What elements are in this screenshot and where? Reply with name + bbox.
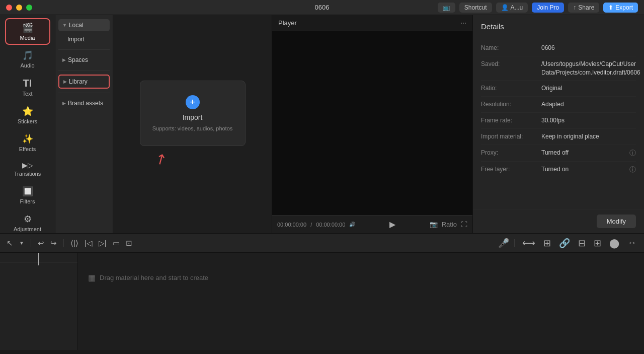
toolbar-adjustment[interactable]: ⚙ Adjustment — [5, 209, 50, 233]
audio-label: Audio — [20, 62, 34, 68]
detail-key-free-layer: Free layer: — [481, 165, 541, 173]
toolbar-filters[interactable]: 🔲 Filters — [5, 182, 50, 208]
sidebar-item-spaces[interactable]: ▶ Spaces — [58, 54, 110, 66]
user-button[interactable]: 👤 A...u — [496, 3, 528, 13]
adjustment-icon: ⚙ — [24, 214, 32, 225]
toolbar-media[interactable]: 🎬 Media — [5, 18, 50, 45]
drag-hint: ▦ Drag material here and start to create — [83, 258, 639, 298]
player-screen — [272, 31, 472, 215]
sidebar-item-local[interactable]: ▼ Local — [58, 19, 110, 31]
transitions-icon: ▶▷ — [22, 161, 33, 169]
timeline-section: ↖ ▼ ↩ ↪ ⟨|⟩ |◁ ▷| ▭ ⊡ 🎤 ⟷ ⊞ 🔗 ⊟ ⊞ ⬤ ↔ — [0, 233, 644, 354]
monitor-button[interactable]: 📺 — [438, 3, 455, 13]
player-time-separator: / — [310, 222, 312, 228]
close-button[interactable] — [6, 5, 12, 11]
timeline-left-gutter — [0, 253, 78, 350]
delete-tool[interactable]: ⊡ — [124, 237, 134, 249]
share-button[interactable]: ↑ Share — [568, 3, 599, 13]
detail-row-import-material: Import material: Keep in original place — [481, 129, 636, 145]
transitions-label: Transitions — [14, 171, 41, 177]
detail-key-resolution: Resolution: — [481, 100, 541, 108]
sidebar-library-label: Library — [69, 78, 88, 85]
player-zoom-icon: 🔊 — [349, 222, 355, 227]
cursor-dropdown[interactable]: ▼ — [18, 239, 26, 247]
player-time-current: 00:00:00:00 — [277, 222, 306, 228]
detail-row-resolution: Resolution: Adapted — [481, 97, 636, 113]
timeline-center-btn[interactable]: ⊟ — [576, 236, 588, 250]
join-pro-button[interactable]: Join Pro — [532, 3, 564, 13]
detail-row-framerate: Frame rate: 30.00fps — [481, 113, 636, 129]
audio-icon: 🎵 — [22, 50, 33, 61]
title-bar-actions: 📺 Shortcut 👤 A...u Join Pro ↑ Share ⬆ Ex… — [438, 3, 638, 13]
timeline-grid-btn[interactable]: ⊞ — [591, 236, 604, 250]
timeline-expand-btn[interactable]: ↔ — [625, 236, 639, 250]
player-play-button[interactable]: ▶ — [389, 220, 395, 229]
split-left-tool[interactable]: |◁ — [83, 237, 94, 249]
details-body: Name: 0606 Saved: /Users/topgus/Movies/C… — [473, 35, 644, 209]
sidebar-divider-1 — [58, 49, 110, 50]
detail-key-ratio: Ratio: — [481, 84, 541, 92]
detail-val-framerate: 30.00fps — [541, 116, 636, 125]
player-fullscreen-button[interactable]: ⛶ — [461, 221, 467, 228]
tl-sep-3 — [514, 239, 515, 247]
player-more-button[interactable]: ⋯ — [460, 20, 466, 27]
player-controls: 00:00:00:00 / 00:00:00:00 🔊 ▶ 📷 Ratio ⛶ — [272, 215, 472, 233]
undo-button[interactable]: ↩ — [36, 237, 46, 249]
split-tool[interactable]: ⟨|⟩ — [69, 237, 80, 249]
detail-row-saved: Saved: /Users/topgus/Movies/CapCut/User … — [481, 56, 636, 81]
modify-button[interactable]: Modify — [597, 215, 636, 228]
timeline-link-btn[interactable]: 🔗 — [556, 236, 573, 250]
detail-key-proxy: Proxy: — [481, 149, 541, 156]
sidebar-item-import[interactable]: Import — [58, 33, 110, 45]
player-ratio-button[interactable]: Ratio — [442, 221, 457, 228]
timeline-tracks[interactable]: ▦ Drag material here and start to create — [78, 253, 644, 350]
details-panel: Details Name: 0606 Saved: /Users/topgus/… — [473, 15, 644, 233]
effects-icon: ✨ — [22, 133, 33, 145]
details-footer: Modify — [473, 209, 644, 233]
playhead-indicator — [38, 253, 39, 265]
proxy-info-icon[interactable]: ⓘ — [629, 149, 636, 158]
timeline-connect-btn[interactable]: ⟷ — [520, 236, 538, 250]
shortcut-button[interactable]: Shortcut — [459, 3, 492, 13]
toolbar-text[interactable]: TI Text — [5, 74, 50, 101]
toolbar-stickers[interactable]: ⭐ Stickers — [5, 102, 50, 128]
tl-sep-2 — [63, 239, 64, 247]
split-right-tool[interactable]: ▷| — [97, 237, 108, 249]
text-label: Text — [22, 91, 32, 97]
media-content: + Import Supports: videos, audios, photo… — [113, 15, 272, 233]
project-title: 0606 — [315, 4, 330, 11]
traffic-lights — [6, 5, 32, 11]
toolbar-transitions[interactable]: ▶▷ Transitions — [5, 157, 50, 181]
media-label: Media — [20, 35, 35, 41]
title-bar: 0606 📺 Shortcut 👤 A...u Join Pro ↑ Share… — [0, 0, 644, 15]
import-label: Import — [183, 113, 203, 121]
mic-button[interactable]: 🎤 — [498, 238, 509, 249]
effects-label: Effects — [19, 146, 36, 152]
player-area: Player ⋯ 00:00:00:00 / 00:00:00:00 🔊 ▶ 📷… — [272, 15, 473, 233]
crop-tool[interactable]: ▭ — [111, 237, 121, 249]
detail-val-resolution: Adapted — [541, 100, 636, 109]
timeline-scrollbar[interactable] — [0, 350, 644, 354]
timeline-circle-btn[interactable]: ⬤ — [607, 236, 622, 250]
timeline-magnet-btn[interactable]: ⊞ — [541, 236, 553, 250]
sidebar-item-brand-assets[interactable]: ▶ Brand assets — [58, 97, 110, 109]
minimize-button[interactable] — [16, 5, 22, 11]
filters-label: Filters — [20, 198, 35, 204]
toolbar-audio[interactable]: 🎵 Audio — [5, 46, 50, 73]
redo-button[interactable]: ↪ — [49, 237, 58, 249]
brand-assets-arrow-icon: ▶ — [62, 101, 66, 106]
export-button[interactable]: ⬆ Export — [603, 3, 638, 13]
maximize-button[interactable] — [26, 5, 32, 11]
free-layer-info-icon[interactable]: ⓘ — [629, 165, 636, 174]
drag-hint-text: Drag material here and start to create — [100, 274, 208, 281]
library-arrow-icon: ▶ — [63, 79, 67, 84]
drag-hint-icon: ▦ — [88, 273, 96, 282]
local-arrow-icon: ▼ — [62, 23, 67, 28]
player-screenshot-button[interactable]: 📷 — [430, 221, 438, 228]
text-icon: TI — [23, 78, 32, 89]
import-box[interactable]: + Import Supports: videos, audios, photo… — [140, 81, 246, 146]
sidebar-item-library[interactable]: ▶ Library — [58, 75, 110, 89]
toolbar-effects[interactable]: ✨ Effects — [5, 129, 50, 156]
cursor-tool[interactable]: ↖ — [5, 237, 15, 249]
filters-icon: 🔲 — [22, 186, 33, 197]
